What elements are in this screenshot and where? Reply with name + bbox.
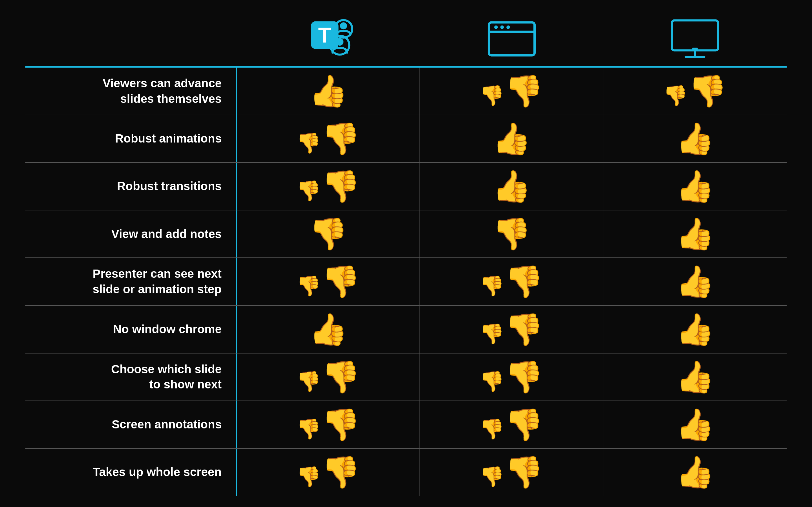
svg-rect-14 <box>692 48 698 50</box>
table-row: Takes up whole screen👎👎👎👎👍 <box>26 449 786 496</box>
thumb-icon: 👎👎 <box>296 359 360 395</box>
feature-label: Takes up whole screen <box>93 464 221 480</box>
thumb-icon: 👎👎 <box>479 359 543 395</box>
thumb-icon: 👎👎 <box>296 168 360 205</box>
svg-text:T: T <box>318 23 331 47</box>
feature-label: View and add notes <box>111 226 221 242</box>
table-row: Robust animations👎👎👍👍 <box>26 115 786 163</box>
feature-label: Viewers can advanceslides themselves <box>103 76 221 107</box>
thumb-icon: 👍 <box>676 406 714 443</box>
header-row: T <box>26 11 786 68</box>
thumb-icon: 👎👎 <box>296 454 360 490</box>
thumb-icon: 👎👎 <box>479 263 543 300</box>
thumb-icon: 👎👎 <box>479 406 543 443</box>
header-browser-col <box>420 11 603 66</box>
feature-label: Presenter can see nextslide or animation… <box>93 266 221 297</box>
browser-window-icon <box>486 16 537 61</box>
table-row: Robust transitions👎👎👍👍 <box>26 163 786 210</box>
thumb-icon: 👍 <box>676 311 714 348</box>
thumb-icon: 👍 <box>676 216 714 252</box>
teams-icon: T <box>303 16 354 61</box>
monitor-icon <box>670 16 720 61</box>
svg-point-8 <box>494 25 498 29</box>
feature-label: Robust animations <box>115 131 221 147</box>
svg-point-9 <box>500 25 504 29</box>
feature-label: Screen annotations <box>112 417 221 432</box>
thumb-icon: 👎👎 <box>479 454 543 490</box>
header-label-empty <box>26 11 237 66</box>
thumb-icon: 👍 <box>676 121 714 157</box>
thumb-icon: 👎 <box>492 216 531 252</box>
svg-point-5 <box>336 38 344 46</box>
thumb-icon: 👎👎 <box>296 406 360 443</box>
thumb-icon: 👎👎 <box>663 73 727 109</box>
thumb-icon: 👎👎 <box>296 263 360 300</box>
table-body: Viewers can advanceslides themselves👍👎👎👎… <box>26 68 786 496</box>
thumb-icon: 👍 <box>492 168 531 205</box>
thumb-icon: 👍 <box>676 168 714 205</box>
feature-label: No window chrome <box>113 322 221 337</box>
thumb-icon: 👎 <box>309 216 348 252</box>
header-teams-col: T <box>237 11 420 66</box>
feature-label: Robust transitions <box>117 179 221 194</box>
table-row: No window chrome👍👎👎👍 <box>26 306 786 353</box>
thumb-icon: 👍 <box>676 454 714 490</box>
table-row: Choose which slideto show next👎👎👎👎👍 <box>26 353 786 401</box>
svg-point-10 <box>506 25 510 29</box>
table-row: Viewers can advanceslides themselves👍👎👎👎… <box>26 68 786 115</box>
thumb-icon: 👎👎 <box>296 121 360 157</box>
thumb-icon: 👎👎 <box>479 311 543 348</box>
thumb-icon: 👍 <box>676 263 714 300</box>
table-row: Screen annotations👎👎👎👎👍 <box>26 401 786 449</box>
thumb-icon: 👍 <box>492 121 531 157</box>
feature-label: Choose which slideto show next <box>111 362 221 392</box>
header-monitor-col <box>603 11 786 66</box>
thumb-icon: 👍 <box>309 73 348 109</box>
thumb-icon: 👎👎 <box>479 73 543 109</box>
table-row: View and add notes👎👎👍 <box>26 210 786 258</box>
thumb-icon: 👍 <box>309 311 348 348</box>
thumb-icon: 👍 <box>676 359 714 395</box>
svg-rect-11 <box>672 20 718 50</box>
table-row: Presenter can see nextslide or animation… <box>26 258 786 305</box>
svg-point-3 <box>340 22 347 29</box>
comparison-table: T <box>26 11 786 496</box>
